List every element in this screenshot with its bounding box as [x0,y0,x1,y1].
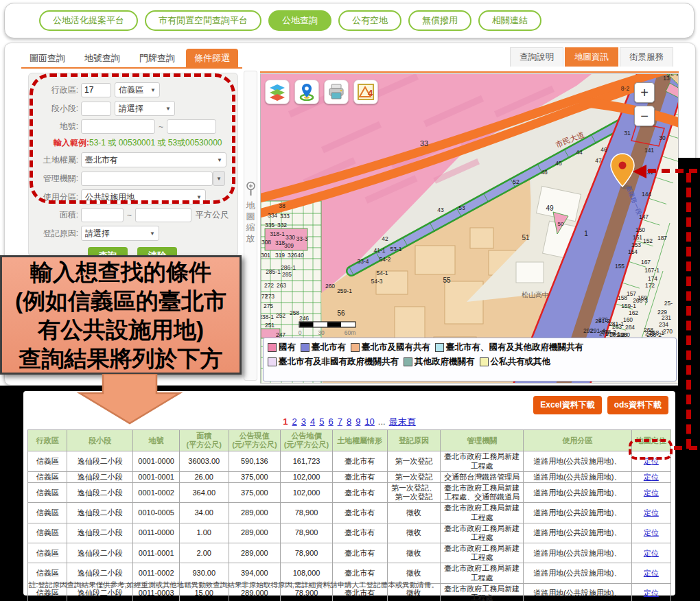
left-tab-1[interactable]: 地號查詢 [76,49,128,68]
locate-link[interactable]: 定位 [644,528,659,537]
left-tab-0[interactable]: 圖面查詢 [21,49,73,68]
nav-pill-1[interactable]: 市有閒置空間查詢平台 [145,10,261,31]
excel-download-button[interactable]: Excel資料下載 [533,396,601,414]
table-cell: 臺北市政府工務局新建工程處、交通部鐵道局 [441,482,524,502]
map-tab-0[interactable]: 查詢說明 [510,47,563,67]
section-input[interactable] [81,102,111,116]
table-cell: 78,900 [281,543,333,563]
ownership-select[interactable]: 臺北市有▼ [81,152,226,167]
legend-item: 臺北市及國有共有 [351,342,430,353]
map-label: 54-2 [379,256,390,263]
nav-pill-4[interactable]: 無償撥用 [408,10,471,31]
map-zoom-collapse-strip[interactable]: 地圖縮放 [244,71,257,381]
column-header-4: 公告現值 (元/平方公尺) [229,430,281,451]
page-link-5[interactable]: 5 [319,416,324,427]
table-cell: 0010-0005 [133,503,180,523]
chevron-down-icon: ▼ [165,106,171,112]
legend-swatch [301,343,310,352]
page-current: 1 [283,416,288,427]
left-tab-2[interactable]: 門牌查詢 [131,49,183,68]
page-link-3[interactable]: 3 [301,416,306,427]
table-cell: 36003.00 [179,451,229,471]
chevron-down-icon: ▼ [150,231,155,237]
parcel-to-input[interactable] [167,119,216,134]
locate-icon[interactable] [294,80,319,104]
locate-link[interactable]: 定位 [644,569,659,577]
map-tab-2[interactable]: 街景服務 [620,47,673,67]
callout-line: 輸入想查找的條件 [2,258,240,287]
page-link-10[interactable]: 10 [364,416,374,427]
cadastral-map[interactable]: 33市民大道基隆路一段松山高中155564950514253-143535248… [260,73,679,384]
reason-select[interactable]: 請選擇▼ [81,226,159,241]
zoom-in-button[interactable]: + [634,82,655,103]
page-link-4[interactable]: 4 [310,416,315,427]
map-tab-1[interactable]: 地圖資訊 [565,47,618,67]
table-cell: 逸仙段二小段 [67,471,133,482]
nav-pill-2[interactable]: 公地查詢 [268,10,331,31]
page-last-link[interactable]: 最末頁 [389,416,416,427]
map-label: 251 [265,322,275,329]
locate-link[interactable]: 定位 [644,457,659,465]
print-icon[interactable] [324,80,349,104]
example-text: 53-1 或 00530001 或 53或00530000 [89,137,222,149]
legend-swatch [268,357,277,366]
locate-link[interactable]: 定位 [644,473,659,481]
map-label: 268-3 [633,297,648,304]
cadastral-icon[interactable]: 4 [353,80,378,104]
table-cell: 逸仙段二小段 [67,503,133,523]
page-link-8[interactable]: 8 [347,416,351,427]
page-link-2[interactable]: 2 [292,416,297,427]
area-from-input[interactable] [81,208,124,222]
table-cell: 交通部台灣鐵路管理局 [441,471,524,482]
table-cell: 定位 [631,523,670,543]
example-label: 輸入範例: [54,137,89,149]
agency-dropdown-button[interactable]: ▼ [213,171,225,186]
locate-link[interactable]: 定位 [644,589,659,597]
district-select[interactable]: 信義區▼ [115,82,160,97]
agency-label: 管理機關: [34,173,78,185]
map-label: 285-1 [266,268,281,275]
map-label: 150 [635,226,645,233]
area-to-input[interactable] [135,208,191,222]
zoning-select[interactable]: 公共設施用地▼ [81,189,206,204]
map-label: 144 [642,191,651,198]
legend-swatch [268,343,277,352]
parcel-from-input[interactable] [81,119,155,134]
layers-icon[interactable] [265,80,290,104]
table-cell: 78,900 [281,523,333,543]
chevron-down-icon: ▼ [196,194,202,200]
table-cell: 364.00 [179,482,229,502]
column-header-1: 段小段 [67,430,133,451]
map-label: 272 [264,282,274,289]
nav-pill-0[interactable]: 公地活化提案平台 [39,10,138,31]
nav-pill-3[interactable]: 公有空地 [338,10,401,31]
table-cell: 道路用地(公共設施用地)、 [524,482,632,502]
zoom-out-button[interactable]: − [634,106,655,126]
table-cell: 臺北市有 [332,482,387,502]
left-tabs-underline [21,67,242,69]
page-link-6[interactable]: 6 [328,416,333,427]
table-cell: 逸仙段二小段 [67,451,133,471]
annotation-dash-connector [674,446,697,450]
table-cell: 289,000 [229,523,281,543]
ods-download-button[interactable]: ods資料下載 [607,396,668,414]
map-label: 263 [277,282,286,289]
table-cell: 161,723 [281,451,333,471]
page-link-7[interactable]: 7 [338,416,342,427]
map-label: 334 [268,212,277,219]
annotation-dash-vertical [686,173,691,449]
agency-input[interactable] [81,172,213,186]
district-code-input[interactable] [81,83,111,97]
locate-link[interactable]: 定位 [644,549,659,557]
left-tab-3[interactable]: 條件篩選 [186,49,238,68]
locate-link[interactable]: 定位 [644,488,659,497]
callout-arrow-down [69,374,185,425]
table-row: 信義區逸仙段二小段0001-000126.00375,000102,000臺北市… [28,471,671,482]
section-select[interactable]: 請選擇▼ [115,101,175,116]
page-link-9[interactable]: 9 [355,416,360,427]
locate-link[interactable]: 定位 [644,508,659,517]
table-cell: 定位 [631,471,670,482]
nav-pill-5[interactable]: 相關連結 [478,10,541,31]
map-label: 252 [276,312,285,319]
table-cell: 臺北市有 [332,523,387,543]
